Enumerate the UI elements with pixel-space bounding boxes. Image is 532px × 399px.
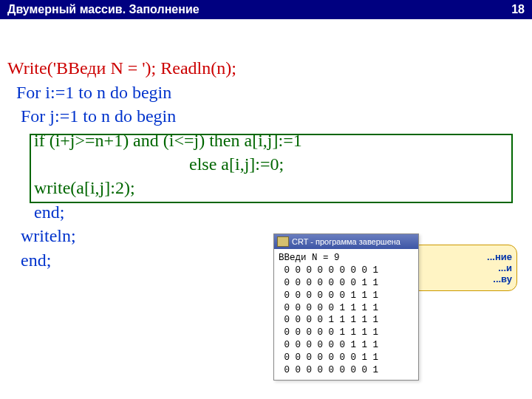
code-line-1: Write('ВВеди N = '); Readln(n); bbox=[7, 58, 236, 78]
console-window: CRT - программа завершена ВВеди N = 9 0 … bbox=[273, 233, 419, 381]
code-line-8: writeln; bbox=[7, 226, 76, 245]
console-prompt: ВВеди N = 9 bbox=[279, 253, 340, 263]
console-titlebar: CRT - программа завершена bbox=[274, 234, 418, 249]
code-line-9: end; bbox=[7, 250, 51, 270]
slide-title: Двумерный массив. Заполнение bbox=[7, 3, 200, 16]
balloon-line-3: ...ву bbox=[416, 273, 512, 284]
balloon-line-1: ...ние bbox=[416, 251, 512, 262]
code-line-7: end; bbox=[7, 202, 64, 222]
slide-titlebar: Двумерный массив. Заполнение 18 bbox=[0, 0, 532, 19]
console-app-icon bbox=[277, 236, 289, 247]
console-matrix: 0 0 0 0 0 0 0 0 1 0 0 0 0 0 0 0 1 1 0 0 … bbox=[279, 265, 378, 375]
code-line-2: For i:=1 to n do begin bbox=[7, 83, 171, 102]
code-line-5: else a[i,j]:=0; bbox=[7, 154, 284, 174]
console-output: ВВеди N = 9 0 0 0 0 0 0 0 0 1 0 0 0 0 0 … bbox=[274, 249, 418, 380]
code-line-4: if (i+j>=n+1) and (i<=j) then a[i,j]:=1 bbox=[7, 131, 302, 150]
note-balloon: ...ние ...и ...ву bbox=[411, 245, 517, 291]
balloon-line-2: ...и bbox=[416, 262, 512, 273]
code-line-3: For j:=1 to n do begin bbox=[7, 106, 176, 126]
slide-content: Write('ВВеди N = '); Readln(n); For i:=1… bbox=[0, 19, 532, 303]
slide-page-number: 18 bbox=[511, 3, 525, 16]
console-title: CRT - программа завершена bbox=[292, 237, 400, 246]
code-line-6: write(a[i,j]:2); bbox=[7, 178, 135, 197]
